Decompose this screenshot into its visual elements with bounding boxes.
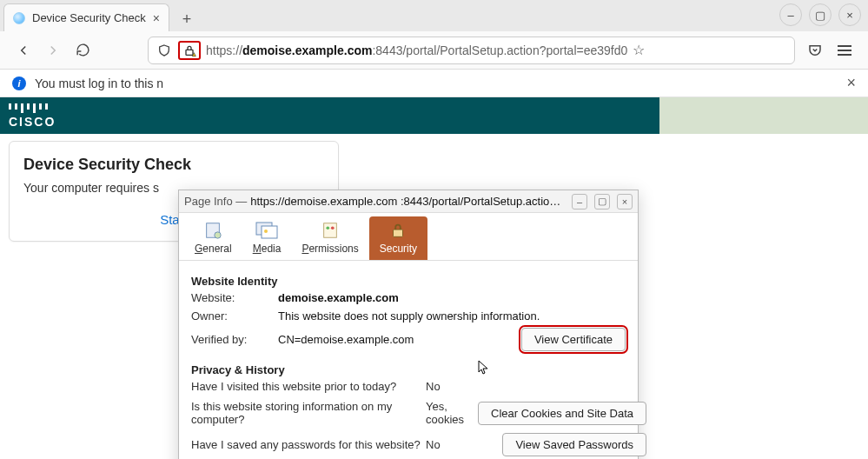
pocket-icon[interactable] <box>805 41 825 60</box>
privacy-heading: Privacy & History <box>191 363 626 376</box>
privacy-q2: Is this website storing information on m… <box>191 400 426 426</box>
owner-label: Owner: <box>191 309 269 323</box>
close-icon[interactable]: × <box>153 11 160 25</box>
svg-rect-7 <box>324 223 337 238</box>
dialog-titlebar[interactable]: Page Info — https://demoise.example.com … <box>179 190 638 213</box>
tab-security-label: Security <box>380 243 417 255</box>
svg-point-6 <box>264 230 268 233</box>
tab-media[interactable]: Media <box>242 216 292 260</box>
view-saved-passwords-button[interactable]: View Saved Passwords <box>502 433 646 456</box>
verified-label: Verified by: <box>191 333 269 346</box>
notification-bar: i You must log in to this n × <box>0 70 868 97</box>
new-tab-button[interactable]: + <box>175 7 199 31</box>
privacy-a1: No <box>426 380 478 393</box>
back-button[interactable] <box>14 41 33 60</box>
menu-button[interactable] <box>835 41 854 60</box>
identity-heading: Website Identity <box>191 275 626 288</box>
url-domain: demoise.example.com <box>242 43 372 57</box>
tab-security[interactable]: Security <box>369 216 427 260</box>
forward-button[interactable] <box>43 41 63 60</box>
dialog-title-prefix: Page Info — <box>184 195 247 208</box>
dialog-body: Website Identity Website: demoise.exampl… <box>179 261 638 459</box>
privacy-q1: Have I visited this website prior to tod… <box>191 380 426 393</box>
dialog-minimize-button[interactable]: – <box>572 194 587 210</box>
privacy-a2: Yes, cookies <box>426 400 478 426</box>
banner-decoration <box>659 97 868 134</box>
lock-icon <box>386 220 410 241</box>
info-icon: i <box>12 76 26 90</box>
svg-rect-5 <box>262 226 277 238</box>
infobar-text: You must log in to this n <box>35 76 163 90</box>
svg-point-8 <box>326 226 329 230</box>
lock-warning-icon[interactable] <box>178 41 201 60</box>
brand-text: CISCO <box>9 115 56 129</box>
permissions-icon <box>318 220 342 241</box>
website-value: demoise.example.com <box>278 291 513 304</box>
dialog-close-button[interactable]: × <box>617 194 633 210</box>
dialog-tabs: General Media Permissions Security <box>179 213 638 261</box>
clear-cookies-button[interactable]: Clear Cookies and Site Data <box>478 402 646 425</box>
url-prefix: https:// <box>206 43 242 57</box>
view-certificate-button[interactable]: View Certificate <box>521 328 626 351</box>
bookmark-star-icon[interactable]: ☆ <box>633 42 645 58</box>
url-text: https://demoise.example.com:8443/portal/… <box>206 43 627 57</box>
cisco-logo: CISCO <box>9 103 56 129</box>
shield-icon[interactable] <box>156 42 173 59</box>
minimize-button[interactable]: – <box>779 3 802 26</box>
reload-button[interactable] <box>73 41 92 60</box>
svg-rect-10 <box>394 230 403 236</box>
address-bar[interactable]: https://demoise.example.com:8443/portal/… <box>148 37 795 64</box>
privacy-q3: Have I saved any passwords for this webs… <box>191 438 426 451</box>
tab-permissions-label: ermissions <box>308 243 358 255</box>
window-controls: – ▢ × <box>779 3 861 26</box>
tab-general-label: eneral <box>202 243 231 255</box>
svg-rect-0 <box>186 50 193 55</box>
website-label: Website: <box>191 291 269 304</box>
card-title: Device Security Check <box>23 156 324 174</box>
tab-strip: Device Security Check × + – ▢ × <box>0 0 868 31</box>
owner-value: This website does not supply ownership i… <box>278 309 626 323</box>
tab-media-label: edia <box>262 243 282 255</box>
url-path: /portal/PortalSetup.action?portal=ee39fd… <box>402 43 627 57</box>
page-icon <box>201 220 225 241</box>
close-window-button[interactable]: × <box>838 3 861 26</box>
url-port: :8443 <box>372 43 402 57</box>
toolbar: https://demoise.example.com:8443/portal/… <box>0 31 868 70</box>
svg-point-9 <box>331 226 335 230</box>
privacy-a3: No <box>426 438 478 451</box>
tab-title: Device Security Check <box>32 11 146 24</box>
infobar-close-icon[interactable]: × <box>846 74 856 92</box>
globe-icon <box>13 12 25 24</box>
dialog-maximize-button[interactable]: ▢ <box>594 194 610 210</box>
media-icon <box>255 220 279 241</box>
tab-permissions[interactable]: Permissions <box>291 216 368 260</box>
page-banner: CISCO <box>0 97 868 134</box>
page-info-dialog: Page Info — https://demoise.example.com … <box>178 190 639 459</box>
tab-general[interactable]: General <box>184 216 242 260</box>
svg-point-3 <box>215 232 221 238</box>
browser-tab[interactable]: Device Security Check × <box>3 3 169 31</box>
maximize-button[interactable]: ▢ <box>809 3 832 26</box>
dialog-title-address: https://demoise.example.com :8443/portal… <box>250 195 565 208</box>
page-content: CISCO Device Security Check Your compute… <box>0 97 868 459</box>
verified-value: CN=demoise.example.com <box>278 333 513 346</box>
